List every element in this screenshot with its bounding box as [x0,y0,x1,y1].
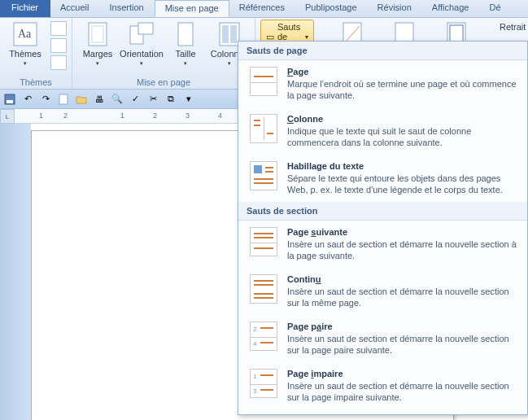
dropdown-header-section-breaks: Sauts de section [238,202,527,221]
margins-button[interactable]: Marges▾ [77,20,118,68]
continuous-section-icon [250,274,277,304]
title: Continu [287,274,519,284]
title: Habillage du texte [287,161,519,171]
break-odd-page[interactable]: 13 Page impaireInsère un saut de section… [238,362,527,409]
svg-rect-17 [7,100,13,103]
theme-fonts-button[interactable] [50,38,67,53]
svg-rect-18 [59,94,68,104]
redo-button[interactable]: ↷ [39,93,52,106]
next-page-section-icon [250,227,277,256]
svg-text:Aa: Aa [18,28,32,40]
desc: Marque l'endroit où se termine une page … [287,78,519,101]
undo-button[interactable]: ↶ [21,93,34,106]
tab-review[interactable]: Révision [368,0,422,17]
orientation-button[interactable]: Orientation▾ [121,20,162,68]
title: olonne [294,114,323,124]
dropdown-header-page-breaks: Sauts de page [238,42,527,60]
tab-file[interactable]: Fichier [0,0,50,17]
tab-developer[interactable]: Dé [479,0,511,17]
odd-page-section-icon: 13 [250,369,277,398]
desc: Insère un saut de section et démarre la … [287,380,519,403]
size-icon [172,21,199,47]
copy-button[interactable]: ⧉ [164,93,177,106]
svg-rect-5 [138,23,153,34]
new-button[interactable] [57,93,70,106]
break-continuous[interactable]: ContinuInsère un saut de section et déma… [238,268,527,315]
orientation-icon [129,21,155,47]
cut-button[interactable]: ✂ [146,93,159,106]
save-button[interactable] [3,93,16,106]
chevron-down-icon: ▾ [24,60,27,67]
ribbon-tabs: Fichier Accueil Insertion Mise en page R… [0,0,528,18]
themes-label: Thèmes [9,49,41,59]
break-page[interactable]: PageMarque l'endroit où se termine une p… [238,60,527,107]
title: Page paire [287,322,519,331]
text-wrap-break-icon [250,161,277,190]
title: Page impaire [287,369,519,378]
even-page-section-icon: 24 [250,322,277,351]
tab-references[interactable]: Références [229,0,295,17]
breaks-dropdown: Sauts de page PageMarque l'endroit où se… [238,41,528,415]
preview-button[interactable]: 🔍 [111,93,124,106]
desc: Insère un saut de section et démarre la … [287,286,519,308]
title: age [293,67,308,77]
print-button[interactable]: 🖶 [93,93,106,106]
tab-selector[interactable]: L [0,109,15,124]
margins-icon [85,21,111,47]
title: Page suivante [287,227,519,237]
open-button[interactable] [75,93,88,106]
tab-view[interactable]: Affichage [422,0,480,17]
group-label-themes: Thèmes [5,77,67,88]
svg-rect-9 [230,25,237,43]
qat-dropdown[interactable]: ▾ [182,93,195,106]
size-button[interactable]: Taille▾ [165,20,206,68]
tab-home[interactable]: Accueil [50,0,99,17]
break-column[interactable]: ColonneIndique que le texte qui suit le … [238,107,527,155]
vertical-ruler[interactable] [0,124,31,420]
theme-effects-button[interactable] [50,55,67,70]
themes-button[interactable]: Aa Thèmes ▾ [5,20,46,68]
spell-button[interactable]: ✓ [129,93,142,106]
tab-mailings[interactable]: Publipostage [295,0,368,17]
chevron-down-icon: ▾ [305,33,308,41]
break-text-wrapping[interactable]: Habillage du texteSépare le texte qui en… [238,155,527,202]
tab-insert[interactable]: Insertion [99,0,154,17]
desc: Insère un saut de section et démarre la … [287,238,519,261]
break-even-page[interactable]: 24 Page paireInsère un saut de section e… [238,315,527,362]
svg-rect-6 [178,23,193,46]
column-break-icon [250,114,277,143]
desc: Indique que le texte qui suit le saut de… [287,125,519,148]
desc: Insère un saut de section et démarre la … [287,333,519,356]
page-break-icon [250,67,277,96]
themes-icon: Aa [12,21,38,47]
break-next-page[interactable]: Page suivanteInsère un saut de section e… [238,221,527,268]
group-label-pagesetup: Mise en page [77,77,250,88]
tab-page-layout[interactable]: Mise en page [155,0,229,17]
desc: Sépare le texte qui entoure les objets d… [287,173,519,195]
svg-rect-8 [222,25,229,43]
theme-colors-button[interactable] [50,21,67,36]
group-page-setup: Marges▾ Orientation▾ Taille▾ Colonnes▾ M… [72,18,255,89]
group-themes: Aa Thèmes ▾ Thèmes [0,18,72,89]
indent-label: Retrait [495,20,528,34]
